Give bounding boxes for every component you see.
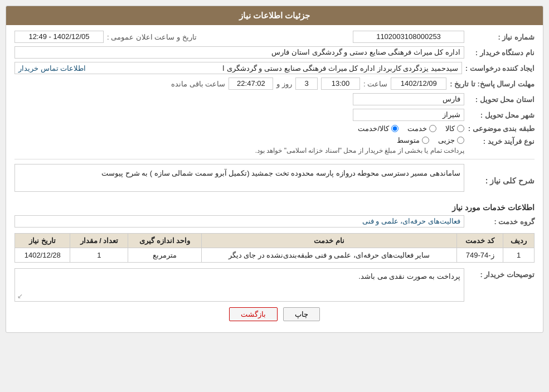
city-value: شیراز [353,109,464,121]
deadline-remaining-label: ساعت باقی مانده [171,80,225,88]
services-title: اطلاعات خدمات مورد نیاز [14,203,535,212]
card-header: جزئیات اطلاعات نیاز [6,6,543,25]
cell-row: 1 [503,248,535,263]
back-button[interactable]: بازگشت [229,307,278,321]
buyer-notes-text: پرداخت به صورت نقدی می باشد. [358,272,460,280]
category-radio-khedmat[interactable] [429,125,436,132]
announce-value: 1402/12/05 - 12:49 [14,31,104,43]
services-table: ردیف کد خدمت نام خدمت واحد اندازه گیری ت… [14,233,535,263]
cell-unit: مترمربع [128,248,201,263]
process-option-jazei: جزیی [438,136,464,144]
deadline-time-label: ساعت : [363,80,387,88]
main-card: جزئیات اطلاعات نیاز شماره نیاز : 1102003… [6,6,543,333]
services-table-header-row: ردیف کد خدمت نام خدمت واحد اندازه گیری ت… [15,234,535,248]
process-label-jazei: جزیی [438,136,455,144]
need-number-value: 1102003108000253 [353,31,464,43]
col-code: کد خدمت [457,234,503,248]
col-name: نام خدمت [201,234,457,248]
divider-1 [14,159,535,159]
buyer-notes-box: پرداخت به صورت نقدی می باشد. [14,268,464,302]
table-row: 1 ز-74-749 سایر فعالیت‌های حرفه‌ای، علمی… [15,248,535,263]
buyer-notes-label: توصیحات خریدار : [468,268,535,279]
category-options: کالا خدمت کالا/خدمت [358,124,464,133]
category-label-kala: کالا [445,124,455,133]
category-radio-kala[interactable] [457,125,464,132]
city-label: شهر محل تحویل : [468,111,535,119]
deadline-remaining: 22:47:02 [229,78,273,90]
service-group-label: گروه خدمت : [468,217,535,226]
process-row: نوع فرآیند خرید : جزیی متوسط پرداخت تمام… [14,136,535,154]
print-button[interactable]: چاپ [283,307,320,321]
cell-name: سایر فعالیت‌های حرفه‌ای، علمی و فنی طبقه… [201,248,457,263]
deadline-days: 3 [295,78,318,90]
category-row: طبقه بندی موضوعی : کالا خدمت کالا/خدمت [14,124,535,133]
process-label-motavasset: متوسط [397,136,420,144]
deadline-label: مهلت ارسال پاسخ: تا تاریخ : [450,80,535,88]
services-table-head: ردیف کد خدمت نام خدمت واحد اندازه گیری ت… [15,234,535,248]
process-radio-motavasset[interactable] [422,137,429,144]
category-option-khedmat: خدمت [407,124,436,133]
announce-label: تاریخ و ساعت اعلان عمومی : [107,33,197,41]
buyer-org-row: نام دستگاه خریدار : اداره کل میراث فرهنگ… [14,46,535,59]
process-options-container: جزیی متوسط پرداخت تمام یا بخشی از مبلغ خ… [255,136,464,154]
deadline-time: 13:00 [321,78,360,90]
announce-row: شماره نیاز : 1102003108000253 تاریخ و سا… [14,31,535,43]
need-number-label: شماره نیاز : [468,33,535,41]
process-desc: پرداخت تمام یا بخشی از مبلغ خریدار از مح… [255,147,464,154]
col-unit: واحد اندازه گیری [128,234,201,248]
cell-date: 1402/12/28 [15,248,70,263]
card-body: شماره نیاز : 1102003108000253 تاریخ و سا… [6,25,543,332]
col-qty: تعداد / مقدار [70,234,128,248]
deadline-date: 1402/12/09 [391,78,446,90]
deadline-day-label: روز و [276,80,292,88]
col-row: ردیف [503,234,535,248]
description-row: شرح کلی نیاز : ساماندهی مسیر دسترسی محوط… [14,164,535,197]
cell-qty: 1 [70,248,128,263]
category-option-kala: کالا [445,124,464,133]
service-group-link[interactable]: فعالیت‌های حرفه‌ای، علمی و فنی [362,217,460,225]
service-group-row: گروه خدمت : فعالیت‌های حرفه‌ای، علمی و ف… [14,215,535,228]
province-value: فارس [353,93,464,105]
process-label: نوع فرآیند خرید : [468,136,535,146]
province-label: استان محل تحویل : [468,95,535,104]
process-top: جزیی متوسط [255,136,464,144]
description-title: شرح کلی نیاز : [468,176,535,185]
buyer-org-value: اداره کل میراث فرهنگی صنایع دستی و گردشگ… [14,46,464,59]
cell-code: ز-74-749 [457,248,503,263]
creator-text: سیدحمید یزدگردی کاربرداز اداره کل میراث … [222,64,458,72]
category-option-kala-khedmat: کالا/خدمت [358,124,399,133]
creator-value: سیدحمید یزدگردی کاربرداز اداره کل میراث … [14,62,462,74]
col-date: تاریخ نیاز [15,234,70,248]
category-radio-kala-khedmat[interactable] [391,125,399,132]
buyer-org-label: نام دستگاه خریدار : [468,49,535,57]
creator-label: ایجاد کننده درخواست : [465,64,535,72]
description-text: ساماندهی مسیر دسترسی محوطه دروازه پارسه … [14,164,464,192]
services-table-body: 1 ز-74-749 سایر فعالیت‌های حرفه‌ای، علمی… [15,248,535,263]
process-radio-jazei[interactable] [457,137,464,144]
buyer-notes-row: توصیحات خریدار : پرداخت به صورت نقدی می … [14,268,535,302]
category-label-kala-khedmat: کالا/خدمت [358,124,389,133]
category-label: طبقه بندی موضوعی : [468,124,535,133]
province-row: استان محل تحویل : فارس [14,93,535,105]
category-label-khedmat: خدمت [407,124,427,133]
service-group-value: فعالیت‌های حرفه‌ای، علمی و فنی [14,215,464,228]
creator-link[interactable]: اطلاعات تماس خریدار [18,64,86,72]
page-title: جزئیات اطلاعات نیاز [239,11,310,20]
buttons-row: چاپ بازگشت [14,307,535,327]
city-row: شهر محل تحویل : شیراز [14,109,535,121]
creator-row: ایجاد کننده درخواست : سیدحمید یزدگردی کا… [14,62,535,74]
process-option-motavasset: متوسط [397,136,429,144]
deadline-row: مهلت ارسال پاسخ: تا تاریخ : 1402/12/09 س… [14,78,535,90]
